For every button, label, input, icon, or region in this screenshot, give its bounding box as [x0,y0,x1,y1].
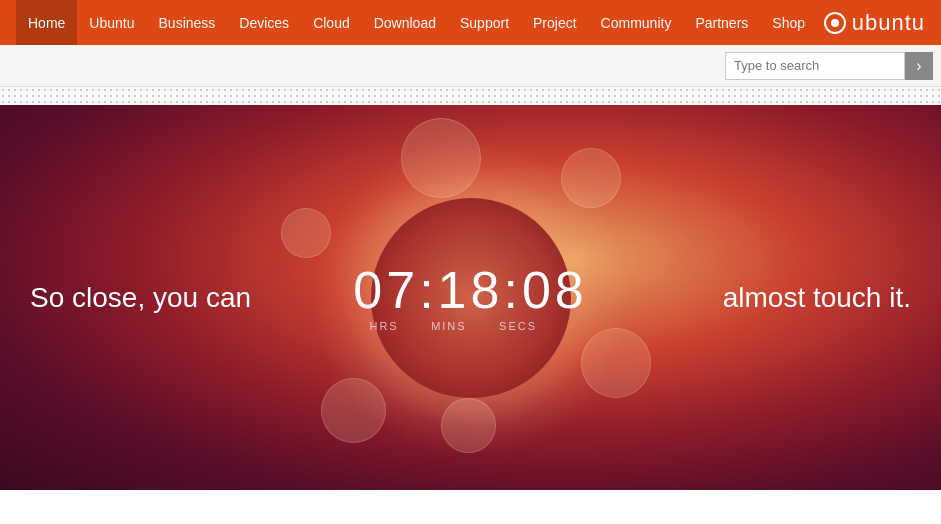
nav-item-project[interactable]: Project [521,0,589,45]
nav-item-download[interactable]: Download [362,0,448,45]
countdown: 07:18:08 HRS MINS SECS [353,264,587,332]
hero-section: 07:18:08 HRS MINS SECS So close, you can… [0,105,941,490]
nav-item-cloud[interactable]: Cloud [301,0,362,45]
countdown-seconds: 08 [522,261,588,319]
bubble-3 [581,328,651,398]
nav-item-devices[interactable]: Devices [227,0,301,45]
bubble-4 [441,398,496,453]
tagline-left: So close, you can [30,282,251,314]
countdown-hours: 07 [353,261,419,319]
nav-item-home[interactable]: Home [16,0,77,45]
label-hrs: HRS [369,320,398,332]
bubble-5 [321,378,386,443]
countdown-minutes: 18 [438,261,504,319]
nav-item-shop[interactable]: Shop [760,0,817,45]
search-input[interactable] [725,52,905,80]
nav-item-partners[interactable]: Partners [683,0,760,45]
nav-items: Home Ubuntu Business Devices Cloud Downl… [16,0,817,45]
nav-item-community[interactable]: Community [589,0,684,45]
ubuntu-logo: ubuntu [824,10,925,36]
bubble-2 [561,148,621,208]
countdown-labels: HRS MINS SECS [353,320,553,332]
label-secs: SECS [499,320,537,332]
bubble-1 [401,118,481,198]
nav-item-business[interactable]: Business [147,0,228,45]
ubuntu-logo-text: ubuntu [852,10,925,36]
nav-item-ubuntu[interactable]: Ubuntu [77,0,146,45]
tagline-right: almost touch it. [723,282,911,314]
bubble-6 [281,208,331,258]
dotted-strip [0,87,941,105]
search-button[interactable]: › [905,52,933,80]
main-nav: Home Ubuntu Business Devices Cloud Downl… [0,0,941,45]
search-bar: › [0,45,941,87]
countdown-time: 07:18:08 [353,264,587,316]
nav-item-support[interactable]: Support [448,0,521,45]
label-mins: MINS [431,320,467,332]
ubuntu-circle-icon [824,12,846,34]
